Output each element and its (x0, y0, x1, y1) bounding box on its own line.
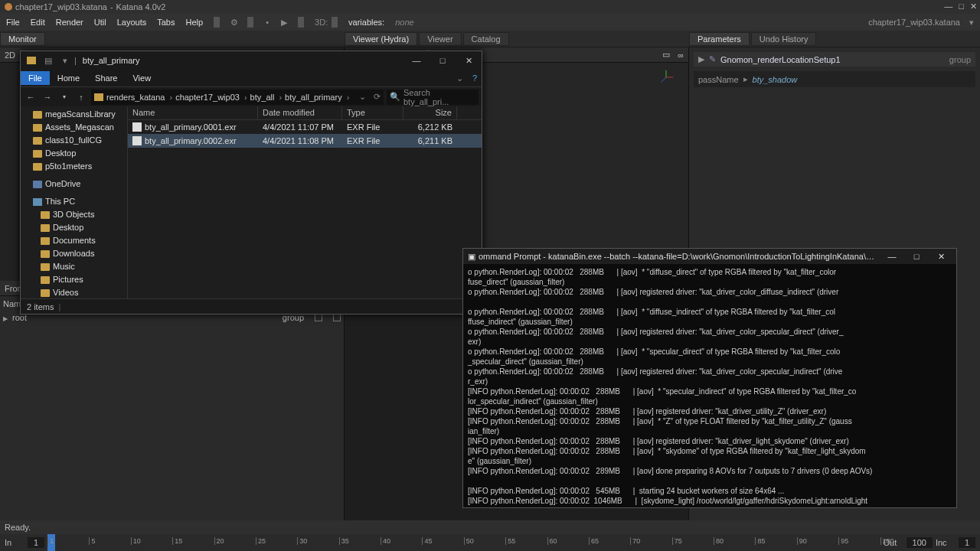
param-passname-value[interactable]: bty_shadow (753, 75, 798, 84)
nav-item[interactable]: Music (21, 260, 127, 273)
col-size[interactable]: Size (403, 106, 457, 119)
col-type[interactable]: Type (342, 106, 403, 119)
crumb[interactable]: chapter17_wip03 (175, 93, 247, 102)
menu-edit[interactable]: Edit (28, 18, 48, 27)
edit-icon[interactable]: ✎ (709, 54, 716, 64)
crumb[interactable]: bty_all (250, 93, 282, 102)
ribbon-expand-icon[interactable]: ⌄ (452, 73, 468, 83)
tab-viewer-hydra[interactable]: Viewer (Hydra) (345, 32, 417, 46)
param-node-header[interactable]: ▶ ✎ Gnomon_renderLocationSetup1 group (694, 52, 975, 67)
breadcrumb-dropdown[interactable]: ⌄ (359, 92, 366, 102)
tab-undo-history[interactable]: Undo History (751, 32, 817, 46)
timeline-in-value[interactable]: 1 (28, 537, 44, 548)
col-date[interactable]: Date modified (258, 106, 342, 119)
up-button[interactable]: ↑ (74, 90, 88, 104)
cmd-titlebar[interactable]: ▣ ommand Prompt - katanaBin.exe --batch … (463, 249, 956, 264)
bullet-icon[interactable]: • (261, 18, 273, 27)
breadcrumb[interactable]: renders_katana chapter17_wip03 bty_all b… (91, 90, 384, 105)
menu-tabs[interactable]: Tabs (154, 18, 178, 27)
crumb[interactable]: renders_katana (106, 93, 172, 102)
scene-vis-checkbox[interactable] (333, 314, 341, 321)
folder-icon (41, 224, 50, 232)
menu-file[interactable]: File (3, 18, 23, 27)
cmd-maximize[interactable]: □ (906, 252, 927, 262)
minimize-button[interactable]: — (944, 2, 952, 11)
nav-item[interactable]: 3D Objects (21, 208, 127, 221)
axis-gizmo-icon (658, 69, 675, 86)
tab-parameters[interactable]: Parameters (689, 32, 750, 46)
tab-monitor[interactable]: Monitor (0, 32, 45, 46)
timeline-tick: 25 (256, 537, 266, 545)
ribbon-home[interactable]: Home (50, 71, 87, 85)
qat-dropdown-icon[interactable]: ▾ (57, 53, 73, 68)
titlebar-doc-mirror: chapter17_wip03.katana (865, 18, 963, 27)
tab-viewer[interactable]: Viewer (419, 32, 461, 46)
explorer-maximize[interactable]: □ (430, 52, 456, 69)
explorer-minimize[interactable]: — (403, 52, 430, 69)
ribbon-view[interactable]: View (125, 71, 158, 85)
nav-item-label: Downloads (53, 248, 94, 259)
col-name[interactable]: Name (128, 106, 258, 119)
forward-button[interactable]: → (41, 90, 54, 104)
timeline-tick: 10 (131, 537, 141, 545)
nav-item[interactable]: Videos (21, 286, 127, 298)
tab-catalog[interactable]: Catalog (463, 32, 509, 46)
explorer-nav-pane[interactable]: megaScansLibraryAssets_Megascanclass10_f… (21, 106, 128, 298)
nav-item[interactable]: Documents (21, 234, 127, 247)
menu-render[interactable]: Render (53, 18, 87, 27)
timeline-out-value[interactable]: 100 (906, 537, 933, 548)
qat-icon[interactable]: ▤ (41, 53, 56, 68)
cmd-close[interactable]: ✕ (930, 252, 952, 262)
expand-icon[interactable] (3, 313, 9, 322)
play-icon[interactable]: ▶ (278, 18, 290, 28)
nav-item[interactable]: Desktop (21, 221, 127, 234)
cmd-output[interactable]: o python.RenderLog]: 00:00:02 288MB | [a… (463, 264, 956, 507)
expand-icon[interactable]: ▶ (698, 54, 704, 64)
link-icon[interactable]: ∞ (678, 51, 684, 60)
nav-item[interactable]: Pictures (21, 273, 127, 286)
crumb[interactable]: bty_all_primary (285, 93, 349, 102)
nav-item[interactable]: Downloads (21, 247, 127, 260)
nav-item[interactable]: megaScansLibrary (21, 108, 127, 121)
recent-dropdown[interactable]: ▾ (57, 90, 71, 104)
command-prompt-window[interactable]: ▣ ommand Prompt - katanaBin.exe --batch … (462, 248, 957, 508)
folder-icon (33, 124, 42, 132)
nav-item[interactable]: Desktop (21, 147, 127, 160)
explorer-search[interactable]: 🔍 Search bty_all_pri... (387, 90, 479, 105)
cam-icon[interactable]: ▭ (662, 50, 670, 60)
scene-vis-checkbox[interactable] (315, 314, 322, 321)
help-icon[interactable]: ? (468, 73, 482, 83)
maximize-button[interactable]: □ (959, 2, 964, 11)
nav-item[interactable]: class10_fullCG (21, 134, 127, 147)
menu-help[interactable]: Help (182, 18, 206, 27)
back-button[interactable]: ← (24, 90, 38, 104)
timeline-ticks[interactable]: 1510152025303540455055606570758085909510… (47, 534, 880, 551)
explorer-titlebar[interactable]: ▤ ▾ | bty_all_primary — □ ✕ (21, 51, 482, 70)
timeline-tick: 55 (505, 537, 515, 545)
menu-layouts[interactable]: Layouts (114, 18, 150, 27)
ribbon-share[interactable]: Share (87, 71, 125, 85)
file-row[interactable]: bty_all_primary.0002.exr4/4/2021 11:08 P… (128, 134, 482, 148)
menu-util[interactable]: Util (91, 18, 109, 27)
explorer-columns[interactable]: Name Date modified Type Size (128, 106, 482, 120)
timeline-inc-value[interactable]: 1 (959, 537, 975, 548)
explorer-content[interactable]: Name Date modified Type Size bty_all_pri… (128, 106, 482, 298)
nav-item[interactable]: This PC (21, 195, 127, 208)
threeD-label[interactable]: 3D: (312, 18, 324, 27)
refresh-icon[interactable]: ⟳ (374, 92, 381, 102)
ribbon-file[interactable]: File (21, 71, 50, 85)
cmd-minimize[interactable]: — (881, 252, 903, 262)
folder-icon[interactable] (24, 53, 39, 68)
file-explorer-window[interactable]: ▤ ▾ | bty_all_primary — □ ✕ File Home Sh… (20, 51, 482, 315)
gear-icon[interactable]: ⚙ (227, 18, 240, 28)
monitor-opt[interactable]: 2D (5, 51, 15, 60)
param-passname-field[interactable]: passName ▸ bty_shadow (694, 71, 975, 87)
nav-item[interactable]: p5to1meters (21, 160, 127, 173)
explorer-close[interactable]: ✕ (456, 52, 482, 69)
nav-item[interactable]: OneDrive (21, 178, 127, 191)
nav-item[interactable]: Assets_Megascan (21, 121, 127, 134)
nav-item-label: class10_fullCG (45, 135, 102, 146)
file-row[interactable]: bty_all_primary.0001.exr4/4/2021 11:07 P… (128, 120, 482, 134)
timeline[interactable]: In 1 15101520253035404550556065707580859… (0, 534, 980, 551)
close-button[interactable]: ✕ (970, 2, 977, 11)
